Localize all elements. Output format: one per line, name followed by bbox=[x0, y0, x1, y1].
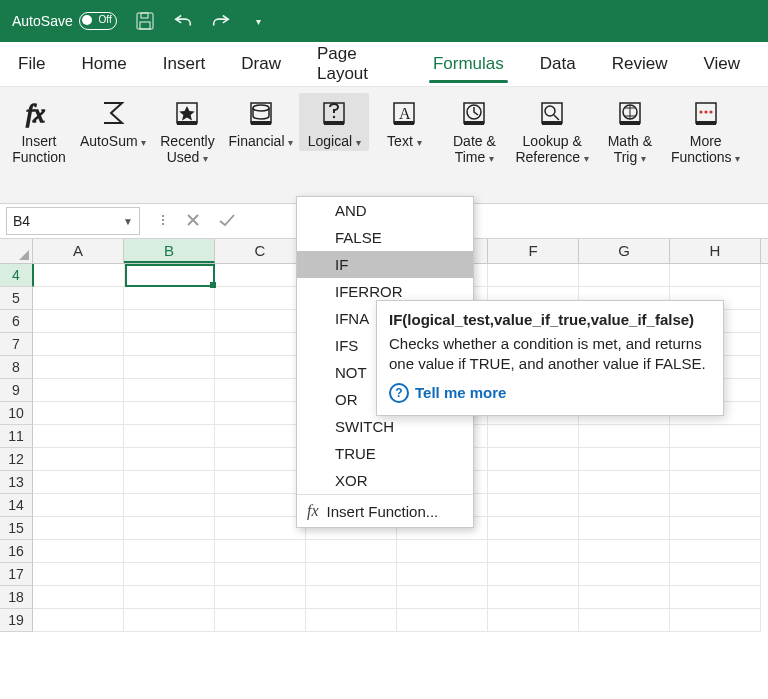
cell[interactable] bbox=[215, 402, 306, 425]
cell[interactable] bbox=[397, 609, 488, 632]
cell[interactable] bbox=[33, 287, 124, 310]
row-header[interactable]: 13 bbox=[0, 471, 33, 494]
cell[interactable] bbox=[215, 310, 306, 333]
menu-item-xor[interactable]: XOR bbox=[297, 467, 473, 494]
menu-item-false[interactable]: FALSE bbox=[297, 224, 473, 251]
ribbon-logical[interactable]: Logical ▾ bbox=[299, 93, 369, 151]
menu-item-true[interactable]: TRUE bbox=[297, 440, 473, 467]
cell[interactable] bbox=[670, 494, 761, 517]
ribbon-text[interactable]: AText ▾ bbox=[369, 93, 439, 151]
redo-icon[interactable] bbox=[211, 11, 231, 31]
cell[interactable] bbox=[215, 471, 306, 494]
cell[interactable] bbox=[215, 264, 306, 287]
ribbon-financial[interactable]: Financial ▾ bbox=[222, 93, 299, 151]
cell[interactable] bbox=[33, 333, 124, 356]
cell[interactable] bbox=[124, 310, 215, 333]
cell[interactable] bbox=[579, 563, 670, 586]
cell[interactable] bbox=[306, 609, 397, 632]
row-header[interactable]: 10 bbox=[0, 402, 33, 425]
undo-icon[interactable] bbox=[173, 11, 193, 31]
row-header[interactable]: 5 bbox=[0, 287, 33, 310]
cell[interactable] bbox=[670, 609, 761, 632]
dots-icon[interactable]: ⠇ bbox=[160, 213, 168, 229]
cell[interactable] bbox=[215, 563, 306, 586]
row-header[interactable]: 6 bbox=[0, 310, 33, 333]
enter-icon[interactable] bbox=[218, 213, 236, 230]
cell[interactable] bbox=[33, 425, 124, 448]
cell[interactable] bbox=[488, 494, 579, 517]
menu-item-switch[interactable]: SWITCH bbox=[297, 413, 473, 440]
column-header[interactable]: B bbox=[124, 239, 215, 263]
column-header[interactable]: C bbox=[215, 239, 306, 263]
cell[interactable] bbox=[670, 563, 761, 586]
row-header[interactable]: 14 bbox=[0, 494, 33, 517]
cell[interactable] bbox=[33, 471, 124, 494]
tab-home[interactable]: Home bbox=[63, 42, 144, 86]
row-header[interactable]: 8 bbox=[0, 356, 33, 379]
cell[interactable] bbox=[33, 517, 124, 540]
row-header[interactable]: 15 bbox=[0, 517, 33, 540]
cell[interactable] bbox=[579, 586, 670, 609]
cell[interactable] bbox=[579, 494, 670, 517]
cell[interactable] bbox=[670, 471, 761, 494]
cell[interactable] bbox=[215, 540, 306, 563]
column-header[interactable]: H bbox=[670, 239, 761, 263]
cell[interactable] bbox=[215, 586, 306, 609]
cell[interactable] bbox=[397, 586, 488, 609]
cell[interactable] bbox=[33, 379, 124, 402]
tab-file[interactable]: File bbox=[10, 42, 63, 86]
column-header[interactable]: G bbox=[579, 239, 670, 263]
cell[interactable] bbox=[397, 540, 488, 563]
cell[interactable] bbox=[124, 517, 215, 540]
cell[interactable] bbox=[306, 563, 397, 586]
row-header[interactable]: 12 bbox=[0, 448, 33, 471]
cell[interactable] bbox=[33, 540, 124, 563]
cell[interactable] bbox=[124, 356, 215, 379]
row-header[interactable]: 9 bbox=[0, 379, 33, 402]
menu-item-if[interactable]: IF bbox=[297, 251, 473, 278]
menu-item-insert-function[interactable]: fxInsert Function... bbox=[297, 495, 473, 527]
cell[interactable] bbox=[306, 586, 397, 609]
row-header[interactable]: 11 bbox=[0, 425, 33, 448]
cell[interactable] bbox=[124, 333, 215, 356]
cell[interactable] bbox=[215, 609, 306, 632]
cell[interactable] bbox=[488, 471, 579, 494]
row-header[interactable]: 7 bbox=[0, 333, 33, 356]
autosave-toggle[interactable]: AutoSave Off bbox=[12, 12, 117, 30]
ribbon-insert-function[interactable]: fxInsertFunction bbox=[4, 93, 74, 167]
row-header[interactable]: 19 bbox=[0, 609, 33, 632]
tab-data[interactable]: Data bbox=[522, 42, 594, 86]
cell[interactable] bbox=[33, 609, 124, 632]
cell[interactable] bbox=[488, 563, 579, 586]
cell[interactable] bbox=[124, 471, 215, 494]
ribbon-math-trig[interactable]: Math &Trig ▾ bbox=[595, 93, 665, 167]
cell[interactable] bbox=[488, 540, 579, 563]
cell[interactable] bbox=[215, 448, 306, 471]
column-header[interactable]: A bbox=[33, 239, 124, 263]
cell[interactable] bbox=[488, 586, 579, 609]
cell[interactable] bbox=[215, 356, 306, 379]
cell[interactable] bbox=[579, 425, 670, 448]
ribbon-more-functions[interactable]: MoreFunctions ▾ bbox=[665, 93, 747, 167]
tab-draw[interactable]: Draw bbox=[223, 42, 299, 86]
name-box[interactable]: B4 ▼ bbox=[6, 207, 140, 235]
cell[interactable] bbox=[33, 494, 124, 517]
cell[interactable] bbox=[124, 379, 215, 402]
cell[interactable] bbox=[124, 402, 215, 425]
cell[interactable] bbox=[670, 425, 761, 448]
cell[interactable] bbox=[33, 563, 124, 586]
cell[interactable] bbox=[124, 609, 215, 632]
column-header[interactable]: F bbox=[488, 239, 579, 263]
row-header[interactable]: 17 bbox=[0, 563, 33, 586]
cell[interactable] bbox=[488, 609, 579, 632]
cell[interactable] bbox=[215, 517, 306, 540]
cell[interactable] bbox=[33, 402, 124, 425]
cell[interactable] bbox=[33, 356, 124, 379]
cell[interactable] bbox=[124, 425, 215, 448]
cell[interactable] bbox=[670, 517, 761, 540]
cell[interactable] bbox=[488, 517, 579, 540]
cell[interactable] bbox=[488, 264, 579, 287]
tab-page-layout[interactable]: Page Layout bbox=[299, 42, 415, 86]
row-header[interactable]: 18 bbox=[0, 586, 33, 609]
cell[interactable] bbox=[579, 471, 670, 494]
